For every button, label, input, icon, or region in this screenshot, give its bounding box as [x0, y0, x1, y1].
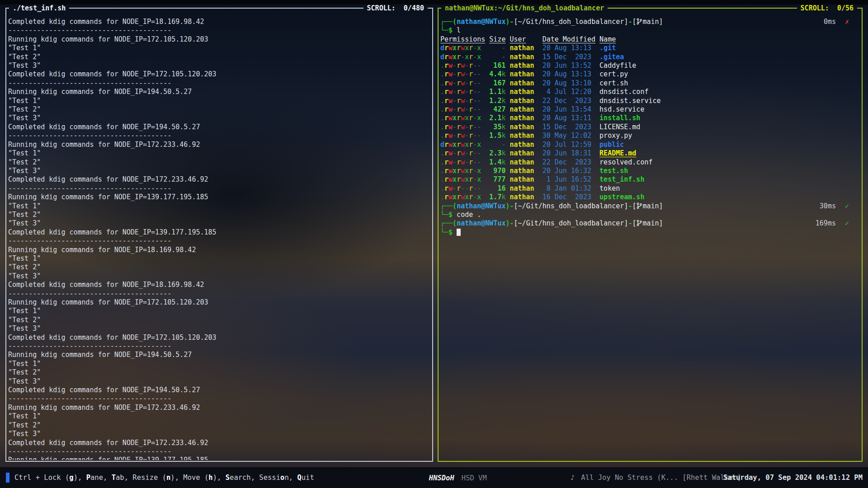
file-permissions: .rw-rw-r-- [440, 149, 485, 158]
file-name[interactable]: resolved.conf [599, 158, 652, 167]
output-line: Running kdig commands for NODE_IP=194.50… [8, 351, 430, 359]
output-line: "Test 2" [8, 263, 430, 272]
file-size: 1.5k [489, 131, 505, 140]
file-size: 777 [489, 175, 505, 184]
file-row: .rwxrwxr-x 777 nathan 1 Jun 16:52 test_i… [440, 175, 860, 184]
file-row: .rw-rw-r-- 427 nathan 20 Jun 13:54 hsd.s… [440, 105, 860, 114]
file-user: nathan [509, 53, 534, 61]
command-line: └─$ l [440, 26, 860, 35]
output-line: "Test 1" [8, 412, 430, 421]
file-name[interactable]: hsd.service [599, 105, 644, 114]
output-line: Running kdig commands for NODE_IP=172.10… [8, 298, 430, 307]
output-line: Completed kdig commands for NODE_IP=139.… [8, 228, 430, 237]
file-name[interactable]: install.sh [599, 114, 640, 122]
file-user: nathan [509, 167, 534, 175]
file-row: .rw-rw-r-- 161 nathan 20 Jun 13:52 Caddy… [440, 61, 860, 70]
output-line: ---------------------------------------- [8, 26, 430, 35]
file-name[interactable]: public [599, 141, 624, 149]
file-row: drwxrwxr-x - nathan 20 Jul 12:59 public [440, 141, 860, 149]
pane-right-shell[interactable]: nathan@NWTux:~/Git/hns_doh_loadbalancer … [438, 4, 863, 462]
file-permissions: .rw-rw-r-- [440, 97, 485, 105]
file-user: nathan [509, 141, 534, 149]
file-row: .rw-rw-r-- 4.4k nathan 20 Aug 13:13 cert… [440, 70, 860, 79]
file-user: nathan [509, 193, 534, 202]
file-user: nathan [509, 61, 534, 70]
error-cross-icon: ✗ [845, 18, 849, 26]
file-size: 35k [489, 123, 505, 131]
output-line: "Test 1" [8, 202, 430, 211]
file-date: 20 Jun 18:31 [542, 149, 595, 158]
command-duration: 30ms✓ [820, 202, 849, 211]
output-line: Completed kdig commands for NODE_IP=172.… [8, 439, 430, 447]
output-line: ---------------------------------------- [8, 290, 430, 298]
file-name[interactable]: upstream.sh [599, 193, 644, 202]
output-line: "Test 3" [8, 377, 430, 386]
file-name[interactable]: README.md [599, 149, 636, 158]
file-name[interactable]: dnsdist.conf [599, 88, 648, 96]
file-user: nathan [509, 44, 534, 52]
success-check-icon: ✓ [845, 219, 849, 227]
terminal-cursor[interactable] [457, 229, 461, 236]
file-name[interactable]: .gitea [599, 53, 624, 61]
output-line: Completed kdig commands for NODE_IP=172.… [8, 70, 430, 79]
file-name[interactable]: cert.py [599, 70, 628, 79]
file-name[interactable]: proxy.py [599, 131, 632, 140]
git-branch-icon [637, 220, 642, 226]
output-line: ---------------------------------------- [8, 131, 430, 140]
pane-left-scroll-indicator: SCROLL: 0/480 [363, 4, 428, 12]
output-line: Completed kdig commands for NODE_IP=172.… [8, 175, 430, 184]
file-user: nathan [509, 70, 534, 79]
now-playing-title: All Joy No Stress (K... [Rhett Walker] [581, 474, 741, 482]
file-name[interactable]: test_inf.sh [599, 175, 644, 184]
output-line: "Test 1" [8, 307, 430, 315]
output-line: Completed kdig commands for NODE_IP=18.1… [8, 18, 430, 26]
datetime: Saturday, 07 Sep 2024 04:01:12 PM [723, 474, 863, 482]
command-line: └─$ [440, 228, 860, 237]
file-name[interactable]: token [599, 184, 620, 193]
output-line: "Test 2" [8, 368, 430, 377]
output-line: Running kdig commands for NODE_IP=18.169… [8, 246, 430, 254]
session-name: HNSDoH [429, 474, 454, 482]
file-name[interactable]: cert.sh [599, 79, 628, 88]
file-date: 20 Aug 13:11 [542, 114, 595, 122]
file-size: - [489, 141, 505, 149]
output-line: "Test 1" [8, 97, 430, 105]
prompt-line: ┌──(nathan@NWTux)-[~/Git/hns_doh_loadbal… [440, 202, 860, 211]
file-permissions: .rw-rw-r-- [440, 158, 485, 167]
file-permissions: .rw-rw-r-- [440, 61, 485, 70]
output-line: "Test 3" [8, 324, 430, 333]
output-line: Running kdig commands for NODE_IP=194.50… [8, 88, 430, 96]
file-name[interactable]: .git [599, 44, 616, 52]
pane-left-test-script[interactable]: ./test_inf.sh SCROLL: 0/480 Completed kd… [5, 4, 433, 462]
file-date: 20 Aug 13:13 [542, 70, 595, 79]
file-permissions: .rwxrwxr-x [440, 193, 485, 202]
file-permissions: .rw-rw-r-- [440, 70, 485, 79]
file-date: 20 Jun 13:52 [542, 61, 595, 70]
file-size: - [489, 53, 505, 61]
file-user: nathan [509, 88, 534, 96]
file-user: nathan [509, 158, 534, 167]
file-permissions: drwxr-xr-x [440, 53, 485, 61]
command-line: └─$ code . [440, 211, 860, 219]
pane-left-output: Completed kdig commands for NODE_IP=18.1… [8, 13, 430, 460]
file-name[interactable]: LICENSE.md [599, 123, 640, 131]
pane-right-terminal[interactable]: ┌──(nathan@NWTux)-[~/Git/hns_doh_loadbal… [440, 13, 860, 460]
command-duration: 0ms✗ [824, 18, 849, 26]
file-user: nathan [509, 97, 534, 105]
file-size: 1.4k [489, 158, 505, 167]
file-date: 20 Jul 12:59 [542, 141, 595, 149]
file-permissions: drwxrwxr-x [440, 141, 485, 149]
output-line: "Test 3" [8, 114, 430, 122]
file-name[interactable]: test.sh [599, 167, 628, 175]
file-name[interactable]: Caddyfile [599, 61, 636, 70]
file-permissions: drwxrwxr-x [440, 44, 485, 52]
output-line: ---------------------------------------- [8, 447, 430, 456]
file-date: 15 Dec 2023 [542, 123, 595, 131]
file-row: drwxr-xr-x - nathan 15 Dec 2023 .gitea [440, 53, 860, 61]
file-name[interactable]: dnsdist.service [599, 97, 660, 105]
output-line: "Test 3" [8, 167, 430, 175]
file-permissions: .rw-r--r-- [440, 184, 485, 193]
file-date: 4 Jul 12:20 [542, 88, 595, 96]
pane-right-top-border: nathan@NWTux:~/Git/hns_doh_loadbalancer … [438, 4, 863, 13]
output-line: ---------------------------------------- [8, 342, 430, 351]
